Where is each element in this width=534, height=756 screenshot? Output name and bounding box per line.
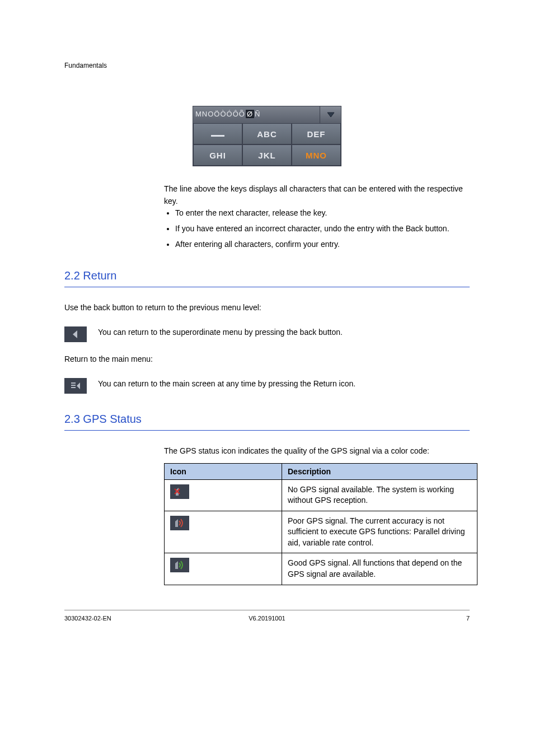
th-desc: Description bbox=[282, 463, 477, 479]
gps-poor-icon bbox=[170, 516, 189, 530]
footer-center: V6.20191001 bbox=[249, 615, 285, 622]
gps-none-icon bbox=[170, 484, 189, 499]
back-button-desc: You can return to the superordinate menu… bbox=[98, 326, 343, 338]
keypad: MNOÖÒÓÔÕØÑ ABC DEF GHI JKL MNO bbox=[193, 106, 341, 166]
key-abc[interactable]: ABC bbox=[242, 123, 292, 144]
section-divider bbox=[64, 430, 470, 431]
return-home-desc: You can return to the main screen at any… bbox=[98, 378, 355, 390]
keypad-dropdown[interactable] bbox=[320, 106, 341, 123]
footer-left: 30302432-02-EN bbox=[64, 615, 111, 622]
svg-rect-1 bbox=[211, 135, 224, 137]
section-return-title: 2.2 Return bbox=[64, 269, 470, 282]
table-row: Poor GPS signal. The current accuracy is… bbox=[165, 511, 477, 553]
figure-note: The line above the keys displays all cha… bbox=[164, 183, 464, 207]
svg-marker-2 bbox=[73, 330, 77, 338]
section-divider bbox=[64, 287, 470, 287]
svg-rect-3 bbox=[71, 382, 76, 384]
key-mno[interactable]: MNO bbox=[292, 144, 341, 166]
paragraph: Use the back button to return to the pre… bbox=[64, 302, 470, 314]
gps-lead: The GPS status icon indicates the qualit… bbox=[164, 445, 466, 458]
svg-marker-0 bbox=[327, 113, 334, 117]
footer-page: 7 bbox=[466, 615, 470, 622]
section-gps-title: 2.3 GPS Status bbox=[64, 413, 470, 426]
gps-none-desc: No GPS signal available. The system is w… bbox=[282, 479, 477, 511]
svg-marker-6 bbox=[77, 382, 80, 389]
th-icon: Icon bbox=[165, 463, 282, 479]
key-jkl[interactable]: JKL bbox=[242, 144, 292, 166]
key-def[interactable]: DEF bbox=[292, 123, 341, 144]
chapter-label: Fundamentals bbox=[64, 62, 470, 69]
key-ghi[interactable]: GHI bbox=[193, 144, 242, 166]
table-row: No GPS signal available. The system is w… bbox=[165, 479, 477, 511]
table-row: Good GPS signal. All functions that depe… bbox=[165, 553, 477, 585]
gps-status-table: Icon Description No GPS signal available… bbox=[164, 463, 477, 585]
back-button-icon[interactable] bbox=[64, 326, 87, 342]
gps-good-desc: Good GPS signal. All functions that depe… bbox=[282, 553, 477, 585]
gps-good-icon bbox=[170, 558, 189, 572]
paragraph: Return to the main menu: bbox=[64, 353, 470, 366]
svg-rect-4 bbox=[71, 385, 76, 386]
gps-poor-desc: Poor GPS signal. The current accuracy is… bbox=[282, 511, 477, 553]
list-item: If you have entered an incorrect charact… bbox=[175, 223, 466, 235]
instruction-list: To enter the next character, release the… bbox=[164, 207, 466, 250]
list-item: After entering all characters, confirm y… bbox=[175, 239, 466, 251]
list-item: To enter the next character, release the… bbox=[175, 207, 466, 220]
keypad-display: MNOÖÒÓÔÕØÑ bbox=[193, 106, 320, 123]
return-home-icon[interactable] bbox=[64, 378, 87, 394]
page-footer: 30302432-02-EN V6.20191001 7 bbox=[64, 610, 470, 622]
key-space[interactable] bbox=[193, 123, 242, 144]
svg-rect-5 bbox=[71, 387, 76, 388]
